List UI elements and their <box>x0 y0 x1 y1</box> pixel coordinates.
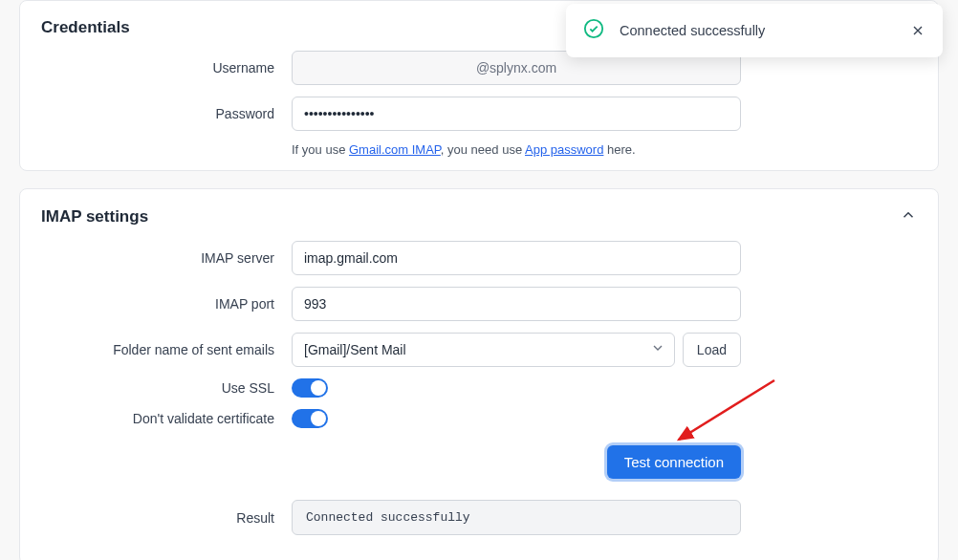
imap-port-input[interactable] <box>292 287 741 321</box>
test-connection-button[interactable]: Test connection <box>607 445 741 479</box>
app-password-link[interactable]: App password <box>525 142 603 157</box>
username-label: Username <box>41 60 292 75</box>
svg-point-0 <box>585 20 602 37</box>
imap-server-input[interactable] <box>292 241 741 275</box>
result-output: Connected successfully <box>292 500 741 535</box>
folder-select[interactable]: [Gmail]/Sent Mail <box>292 333 675 367</box>
validate-label: Don't validate certificate <box>41 411 292 426</box>
load-button[interactable]: Load <box>683 333 741 367</box>
result-label: Result <box>41 510 292 526</box>
validate-toggle[interactable] <box>292 409 328 428</box>
folder-label: Folder name of sent emails <box>41 342 292 357</box>
imap-title: IMAP settings <box>41 207 148 226</box>
toast-message: Connected successfully <box>620 23 895 38</box>
gmail-imap-link[interactable]: Gmail.com IMAP <box>349 142 441 157</box>
password-input[interactable] <box>292 97 741 131</box>
toast-notification: Connected successfully <box>566 4 943 57</box>
password-label: Password <box>41 106 292 121</box>
chevron-up-icon[interactable] <box>900 206 917 227</box>
credentials-helper: If you use Gmail.com IMAP, you need use … <box>292 142 917 157</box>
imap-settings-card: IMAP settings IMAP server IMAP port Fold… <box>19 188 939 560</box>
imap-port-label: IMAP port <box>41 296 292 312</box>
ssl-toggle[interactable] <box>292 378 328 398</box>
ssl-label: Use SSL <box>41 380 292 396</box>
close-icon[interactable] <box>910 23 925 38</box>
imap-server-label: IMAP server <box>41 250 292 266</box>
success-icon <box>583 18 604 43</box>
